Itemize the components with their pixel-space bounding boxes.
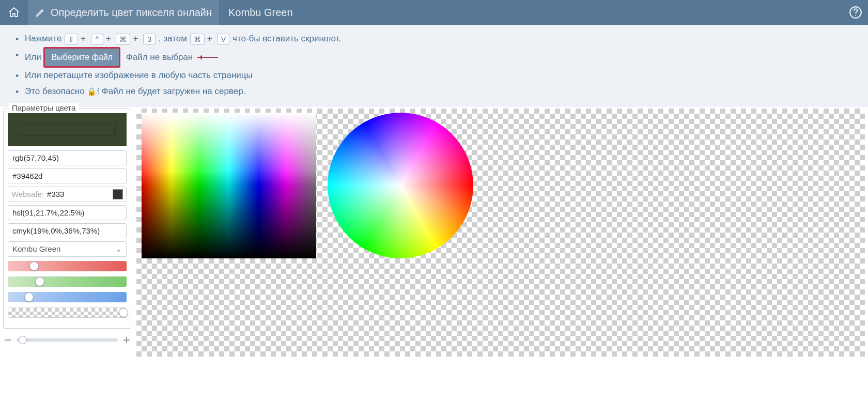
instruction-line-2: Или Выберите файл Файл не выбран xyxy=(4,47,864,68)
page-title-block: Определить цвет пикселя онлайн xyxy=(28,0,219,25)
color-swatch[interactable] xyxy=(8,113,127,146)
websafe-value: #333 xyxy=(47,190,110,198)
key-shift: ⇧ xyxy=(65,34,78,45)
green-slider-thumb[interactable] xyxy=(35,277,44,286)
color-name-value: Kombu Green xyxy=(12,244,60,253)
zoom-slider-row: − + xyxy=(3,333,131,347)
image-canvas[interactable] xyxy=(136,109,865,357)
text: Это безопасно xyxy=(25,86,85,96)
key-3: 3 xyxy=(143,34,156,45)
text: , затем xyxy=(159,34,187,43)
hsl-field[interactable] xyxy=(8,205,127,220)
instruction-line-3: Или перетащите изображение в любую часть… xyxy=(4,68,864,84)
chevron-down-icon: ⌄ xyxy=(115,244,122,254)
color-parameters-panel: Параметры цвета Websafe: #333 Kombu Gree… xyxy=(3,109,131,329)
plus: + xyxy=(106,34,111,43)
text: Нажмите xyxy=(25,34,61,43)
websafe-swatch xyxy=(113,189,123,199)
main-area: Параметры цвета Websafe: #333 Kombu Gree… xyxy=(0,106,868,359)
color-swatch-inner xyxy=(19,124,116,136)
instructions-panel: Нажмите ⇧+ ^+ ⌘+ 3 , затем ⌘+ V что-бы в… xyxy=(0,25,868,106)
red-slider[interactable] xyxy=(8,261,127,271)
zoom-out-button[interactable]: − xyxy=(3,333,12,347)
instruction-line-4: Это безопасно 🔒! Файл не будет загружен … xyxy=(4,84,864,100)
annotation-arrow-icon xyxy=(197,57,218,58)
hex-field[interactable] xyxy=(8,168,127,183)
help-button[interactable] xyxy=(843,0,868,25)
lock-icon: 🔒 xyxy=(87,87,97,96)
alpha-slider[interactable] xyxy=(8,307,127,318)
home-button[interactable] xyxy=(0,0,28,25)
file-status: Файл не выбран xyxy=(126,52,193,62)
alpha-slider-thumb[interactable] xyxy=(119,308,128,317)
page-title: Определить цвет пикселя онлайн xyxy=(51,7,212,19)
text: что-бы вставить скриншот. xyxy=(233,34,341,43)
plus: + xyxy=(207,34,212,43)
panel-legend: Параметры цвета xyxy=(9,103,79,112)
plus: + xyxy=(133,34,138,43)
topbar: Определить цвет пикселя онлайн Kombu Gre… xyxy=(0,0,868,25)
zoom-slider-thumb[interactable] xyxy=(19,336,27,344)
pencil-icon xyxy=(35,7,45,18)
svg-point-1 xyxy=(855,15,856,16)
text: ! Файл не будет загружен на сервер. xyxy=(97,86,245,96)
color-name-select[interactable]: Kombu Green ⌄ xyxy=(8,241,127,257)
gradient-square-sample[interactable] xyxy=(142,113,316,258)
zoom-in-button[interactable]: + xyxy=(122,333,131,347)
key-ctrl: ^ xyxy=(91,34,103,45)
websafe-label: Websafe: xyxy=(11,190,44,198)
red-slider-thumb[interactable] xyxy=(29,261,39,271)
header-color-name: Kombu Green xyxy=(219,7,302,19)
blue-slider-thumb[interactable] xyxy=(24,292,34,302)
websafe-row[interactable]: Websafe: #333 xyxy=(8,187,127,202)
color-wheel-sample[interactable] xyxy=(328,113,473,258)
blue-slider[interactable] xyxy=(8,292,127,302)
instruction-line-1: Нажмите ⇧+ ^+ ⌘+ 3 , затем ⌘+ V что-бы в… xyxy=(4,31,864,47)
left-column: Параметры цвета Websafe: #333 Kombu Gree… xyxy=(3,109,131,347)
choose-file-button[interactable]: Выберите файл xyxy=(43,47,120,68)
text: Или xyxy=(25,52,41,62)
home-icon xyxy=(8,6,20,19)
key-cmd2: ⌘ xyxy=(190,34,205,45)
green-slider[interactable] xyxy=(8,276,127,287)
rgb-field[interactable] xyxy=(8,150,127,165)
cmyk-field[interactable] xyxy=(8,223,127,238)
zoom-slider[interactable] xyxy=(17,338,118,342)
key-v: V xyxy=(217,34,229,45)
plus: + xyxy=(81,34,86,43)
help-icon xyxy=(849,6,862,19)
key-cmd: ⌘ xyxy=(116,34,130,45)
